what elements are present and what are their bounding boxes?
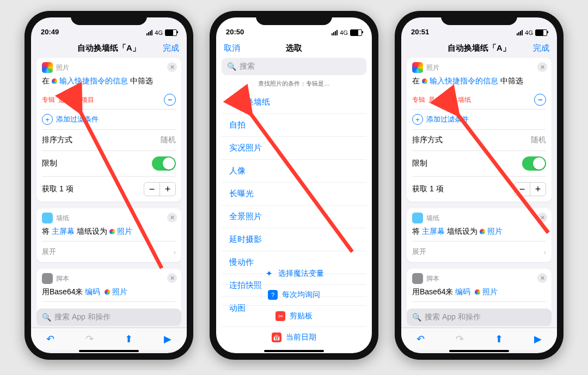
text: 墙纸设为: [447, 227, 477, 235]
script-sentence[interactable]: 用Base64来 编码 照片: [36, 286, 181, 301]
stepper-plus[interactable]: +: [160, 183, 175, 196]
encode-token[interactable]: 编码: [455, 287, 470, 296]
play-icon[interactable]: ▶: [534, 333, 542, 345]
wallpaper-sentence[interactable]: 将 主屏幕 墙纸设为 照片: [407, 226, 552, 241]
sort-label: 排序方式: [412, 135, 443, 145]
text: 用Base64来: [412, 287, 453, 296]
wallpaper-sentence[interactable]: 将 主屏幕 墙纸设为 照片: [36, 226, 181, 241]
battery-icon: [350, 29, 362, 36]
undo-icon[interactable]: ↶: [46, 333, 54, 345]
signal-icon: [332, 30, 338, 35]
search-icon: 🔍: [42, 313, 51, 322]
encode-token[interactable]: 编码: [85, 287, 100, 296]
sort-row[interactable]: 排序方式 随机: [36, 130, 181, 150]
remove-filter-icon[interactable]: −: [164, 94, 176, 106]
close-icon[interactable]: ✕: [167, 273, 177, 283]
limit-toggle[interactable]: [152, 156, 176, 171]
stepper-minus[interactable]: −: [514, 183, 530, 196]
card-header-label: 脚本: [426, 274, 439, 283]
filter-row[interactable]: 专辑 是 最近项目 −: [36, 90, 181, 109]
search-icon: 🔍: [227, 62, 236, 71]
status-time: 20:51: [411, 28, 429, 36]
stepper[interactable]: −+: [144, 182, 176, 196]
sort-value[interactable]: 随机: [531, 135, 546, 145]
close-icon[interactable]: ✕: [537, 273, 547, 283]
remove-filter-icon[interactable]: −: [534, 94, 546, 106]
script-icon: [42, 273, 53, 284]
close-icon[interactable]: ✕: [167, 62, 177, 72]
filter-sentence[interactable]: 在 输入快捷指令的信息 中筛选: [407, 75, 552, 90]
nav-title: 选取: [286, 43, 302, 53]
expand-label: 展开: [42, 247, 56, 257]
stepper-plus[interactable]: +: [530, 183, 546, 196]
undo-icon[interactable]: ↶: [416, 333, 425, 345]
close-icon[interactable]: ✕: [537, 62, 547, 72]
magic-var-button[interactable]: ✦选择魔法变量: [222, 263, 366, 284]
album-option[interactable]: 全景照片: [222, 205, 366, 228]
play-icon[interactable]: ▶: [164, 333, 171, 345]
stepper-minus[interactable]: −: [144, 183, 160, 196]
home-token[interactable]: 主屏幕: [422, 227, 445, 235]
close-icon[interactable]: ✕: [167, 213, 177, 222]
chevron-right-icon: ›: [174, 248, 176, 256]
content: ✕ 照片 在 输入快捷指令的信息 中筛选 专辑 是 自动换墙纸 −: [401, 58, 557, 353]
expand-row[interactable]: 展开 ›: [407, 241, 552, 262]
search-icon: 🔍: [412, 313, 421, 322]
filter-is[interactable]: 是: [58, 95, 65, 105]
photo-token[interactable]: 照片: [482, 287, 498, 296]
photo-token[interactable]: 照片: [117, 227, 132, 235]
ask-each-time-button[interactable]: ?每次均询问: [222, 284, 366, 305]
search-placeholder: 搜索: [240, 62, 255, 71]
expand-row[interactable]: 展开 ›: [36, 241, 181, 262]
clipboard-button[interactable]: ✂剪贴板: [222, 305, 366, 326]
script-sentence[interactable]: 用Base64来 编码 照片: [407, 286, 552, 301]
search-input[interactable]: 🔍 搜索 App 和操作: [36, 309, 181, 326]
filter-album[interactable]: 专辑: [412, 95, 425, 105]
album-option[interactable]: 自拍: [222, 114, 366, 137]
filter-value[interactable]: 自动换墙纸: [438, 95, 471, 105]
photo-token[interactable]: 照片: [487, 227, 503, 235]
card-header-label: 脚本: [56, 274, 69, 283]
search-input[interactable]: 🔍 搜索 App 和操作: [407, 309, 552, 326]
album-option[interactable]: 长曝光: [222, 183, 366, 205]
album-option[interactable]: 实况照片: [222, 137, 366, 160]
share-icon[interactable]: ⬆︎: [495, 333, 503, 345]
search-input[interactable]: 🔍 搜索: [222, 58, 366, 75]
filter-row[interactable]: 专辑 是 自动换墙纸 −: [407, 90, 552, 109]
share-icon[interactable]: ⬆︎: [125, 333, 133, 345]
content: 🔍 搜索 查找照片的条件：专辑是… 自动换墙纸自拍实况照片人像长曝光全景照片延时…: [216, 58, 372, 353]
stepper[interactable]: −+: [514, 182, 546, 196]
photo-token[interactable]: 照片: [112, 287, 127, 296]
notch: [256, 11, 332, 25]
add-filter-label: 添加过滤条件: [426, 114, 469, 124]
count-row: 获取 1 项 −+: [407, 177, 552, 202]
redo-icon[interactable]: ↷: [85, 333, 94, 345]
rainbow-icon: [480, 229, 485, 234]
album-option[interactable]: 自动换墙纸: [222, 91, 366, 114]
filter-value[interactable]: 最近项目: [68, 95, 94, 105]
sort-value[interactable]: 随机: [161, 135, 176, 145]
redo-icon[interactable]: ↷: [456, 333, 464, 345]
input-token[interactable]: 输入快捷指令的信息: [430, 76, 498, 85]
filter-album[interactable]: 专辑: [42, 95, 55, 105]
album-option[interactable]: 人像: [222, 160, 366, 183]
current-date-button[interactable]: 📅当前日期: [222, 326, 366, 348]
toolbar: ↶ ↷ ⬆︎ ▶: [31, 328, 187, 350]
filter-sentence[interactable]: 在 输入快捷指令的信息 中筛选: [36, 75, 181, 90]
filter-is[interactable]: 是: [428, 95, 435, 105]
done-button[interactable]: 完成: [163, 43, 179, 53]
limit-toggle[interactable]: [522, 156, 546, 171]
plus-icon: +: [42, 114, 53, 125]
bottom-actions: ✦选择魔法变量 ?每次均询问 ✂剪贴板 📅当前日期: [222, 263, 366, 348]
content: ✕ 照片 在 输入快捷指令的信息 中筛选 专辑 是 最近项目 −: [31, 58, 187, 353]
input-token[interactable]: 输入快捷指令的信息: [59, 76, 128, 85]
add-filter-button[interactable]: + 添加过滤条件: [36, 110, 181, 129]
sort-row[interactable]: 排序方式 随机: [407, 130, 552, 150]
cancel-button[interactable]: 取消: [224, 43, 240, 53]
done-button[interactable]: 完成: [533, 43, 549, 53]
close-icon[interactable]: ✕: [537, 213, 547, 222]
album-option[interactable]: 延时摄影: [222, 228, 366, 251]
add-filter-button[interactable]: + 添加过滤条件: [407, 110, 552, 129]
search-placeholder: 搜索 App 和操作: [54, 312, 111, 322]
home-token[interactable]: 主屏幕: [52, 227, 75, 235]
